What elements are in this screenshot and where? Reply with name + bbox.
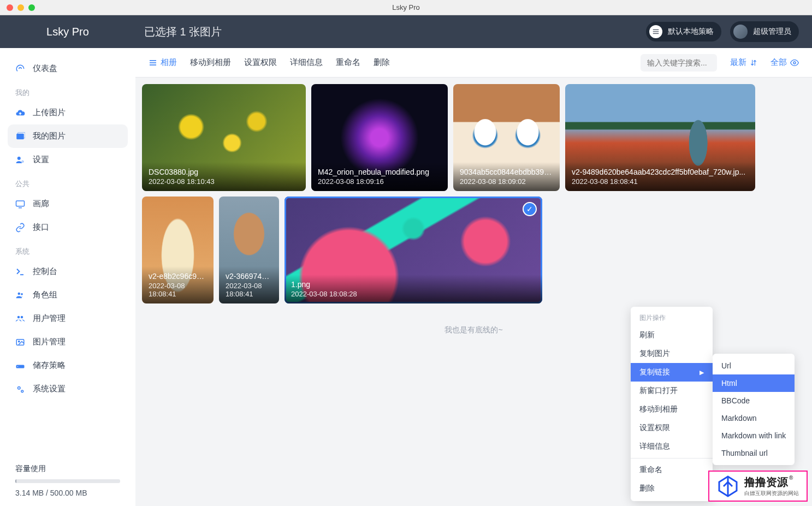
thumb-name: v2-36697487...: [226, 272, 272, 281]
thumb-date: 2022-03-08 18:08:41: [572, 177, 749, 186]
filter-button[interactable]: 全部: [770, 57, 799, 68]
header: Lsky Pro 已选择 1 张图片 默认本地策略 超级管理员: [0, 15, 812, 48]
sidebar-item-dashboard[interactable]: 仪表盘: [8, 57, 128, 80]
context-menu-item[interactable]: 设置权限: [631, 419, 713, 437]
image-icon: [15, 337, 25, 347]
cloud-upload-icon: [15, 108, 25, 118]
gallery: DSC03880.jpg2022-03-08 18:10:43M42_orion…: [135, 78, 812, 506]
context-menu-item[interactable]: 移动到相册: [631, 400, 713, 419]
context-menu: 图片操作刷新复制图片复制链接▶新窗口打开移动到相册设置权限详细信息重命名删除: [631, 307, 713, 501]
svg-point-17: [17, 366, 19, 367]
image-thumb[interactable]: v2-e8b2c96c975f...2022-03-08 18:08:41: [142, 197, 214, 303]
user-chip[interactable]: 超级管理员: [730, 21, 799, 42]
main: 相册 移动到相册 设置权限 详细信息 重命名 删除 最新 全部 DSC03880…: [135, 48, 812, 506]
search-input[interactable]: [641, 54, 717, 72]
context-submenu-item[interactable]: Html: [713, 374, 795, 392]
strategy-chip[interactable]: 默认本地策略: [646, 22, 721, 41]
watermark-logo-icon: [717, 475, 739, 497]
svg-rect-7: [16, 201, 25, 206]
sidebar: 仪表盘我的上传图片我的图片设置公共画廊接口系统控制台角色组用户管理图片管理储存策…: [0, 48, 135, 506]
context-submenu-item[interactable]: Url: [713, 357, 795, 374]
image-thumb[interactable]: 9034ab5cc0844ebdbb39dc...2022-03-08 18:0…: [453, 84, 560, 191]
sort-button[interactable]: 最新: [730, 57, 757, 68]
image-thumb[interactable]: DSC03880.jpg2022-03-08 18:10:43: [142, 84, 306, 191]
sidebar-item-users[interactable]: 角色组: [8, 283, 128, 307]
context-submenu-item[interactable]: BBCode: [713, 392, 795, 409]
storage-title: 容量使用: [15, 464, 120, 474]
context-menu-item[interactable]: 复制链接▶: [631, 363, 713, 382]
context-submenu-item[interactable]: Thumbnail url: [713, 444, 795, 462]
context-menu-item[interactable]: 重命名: [631, 461, 713, 479]
sidebar-item-images[interactable]: 我的图片: [8, 124, 128, 148]
sidebar-item-label: 画廊: [33, 199, 49, 209]
svg-rect-1: [653, 31, 659, 32]
svg-point-12: [17, 315, 20, 318]
svg-point-13: [21, 315, 23, 318]
move-button[interactable]: 移动到相册: [190, 57, 231, 68]
thumb-name: 9034ab5cc0844ebdbb39dc...: [460, 168, 553, 176]
sidebar-item-cogs[interactable]: 系统设置: [8, 377, 128, 401]
dashboard-icon: [15, 64, 25, 74]
check-icon: ✓: [523, 202, 537, 216]
sidebar-item-label: 用户管理: [33, 313, 66, 324]
svg-point-23: [793, 62, 796, 64]
images-icon: [15, 132, 25, 141]
close-window-icon[interactable]: [7, 4, 13, 11]
sidebar-item-label: 系统设置: [33, 384, 66, 394]
sidebar-group: 我的: [8, 80, 128, 101]
sidebar-item-label: 设置: [33, 154, 49, 165]
thumb-date: 2022-03-08 18:08:41: [226, 282, 272, 298]
sidebar-group: 系统: [8, 239, 128, 260]
album-button[interactable]: 相册: [149, 57, 177, 68]
context-menu-item[interactable]: 新窗口打开: [631, 382, 713, 400]
thumb-date: 2022-03-08 18:08:41: [149, 282, 207, 298]
link-icon: [15, 223, 25, 233]
image-thumb[interactable]: v2-9489d620be64aab423cdc2ff5bf0ebaf_720w…: [565, 84, 755, 191]
thumb-name: DSC03880.jpg: [149, 168, 299, 176]
sidebar-item-label: 图片管理: [33, 337, 66, 347]
sidebar-item-label: 角色组: [33, 290, 57, 300]
image-thumb[interactable]: M42_orion_nebula_modified.png2022-03-08 …: [311, 84, 448, 191]
thumb-date: 2022-03-08 18:09:02: [460, 177, 553, 186]
user-group-icon: [15, 314, 25, 324]
image-thumb[interactable]: v2-36697487...2022-03-08 18:08:41: [219, 197, 279, 303]
svg-point-15: [19, 341, 20, 342]
detail-button[interactable]: 详细信息: [290, 57, 323, 68]
context-submenu: UrlHtmlBBCodeMarkdownMarkdown with linkT…: [713, 354, 795, 465]
sidebar-item-cloud-upload[interactable]: 上传图片: [8, 101, 128, 124]
sidebar-item-drive[interactable]: 储存策略: [8, 354, 128, 377]
strategy-label: 默认本地策略: [668, 27, 714, 37]
svg-point-18: [18, 386, 21, 389]
sidebar-item-label: 接口: [33, 222, 49, 233]
svg-point-19: [21, 390, 23, 392]
thumb-name: v2-e8b2c96c975f...: [149, 272, 207, 281]
context-submenu-item[interactable]: Markdown: [713, 409, 795, 427]
context-menu-item[interactable]: 详细信息: [631, 437, 713, 456]
sidebar-group: 公共: [8, 171, 128, 192]
logo[interactable]: Lsky Pro: [13, 26, 122, 38]
titlebar: Lsky Pro: [0, 0, 812, 15]
sidebar-item-image[interactable]: 图片管理: [8, 330, 128, 354]
context-menu-item[interactable]: 删除: [631, 479, 713, 498]
delete-button[interactable]: 删除: [374, 57, 390, 68]
svg-rect-0: [653, 29, 659, 30]
image-thumb[interactable]: ✓1.png2022-03-08 18:08:28: [285, 197, 542, 303]
sidebar-item-link[interactable]: 接口: [8, 216, 128, 239]
context-menu-item[interactable]: 刷新: [631, 326, 713, 344]
rename-button[interactable]: 重命名: [336, 57, 360, 68]
sidebar-item-user-group[interactable]: 用户管理: [8, 307, 128, 330]
context-menu-header: 图片操作: [631, 310, 713, 326]
chevron-right-icon: ▶: [700, 369, 704, 376]
maximize-window-icon[interactable]: [28, 4, 35, 11]
context-submenu-item[interactable]: Markdown with link: [713, 427, 795, 444]
sidebar-item-label: 上传图片: [33, 108, 66, 118]
sidebar-item-user-cog[interactable]: 设置: [8, 148, 128, 171]
context-menu-item[interactable]: 复制图片: [631, 344, 713, 363]
minimize-window-icon[interactable]: [17, 4, 24, 11]
permission-button[interactable]: 设置权限: [244, 57, 277, 68]
sidebar-item-terminal[interactable]: 控制台: [8, 260, 128, 283]
thumb-date: 2022-03-08 18:09:16: [318, 177, 441, 186]
sidebar-item-monitor[interactable]: 画廊: [8, 192, 128, 216]
svg-point-11: [21, 293, 23, 295]
svg-point-10: [18, 292, 21, 295]
